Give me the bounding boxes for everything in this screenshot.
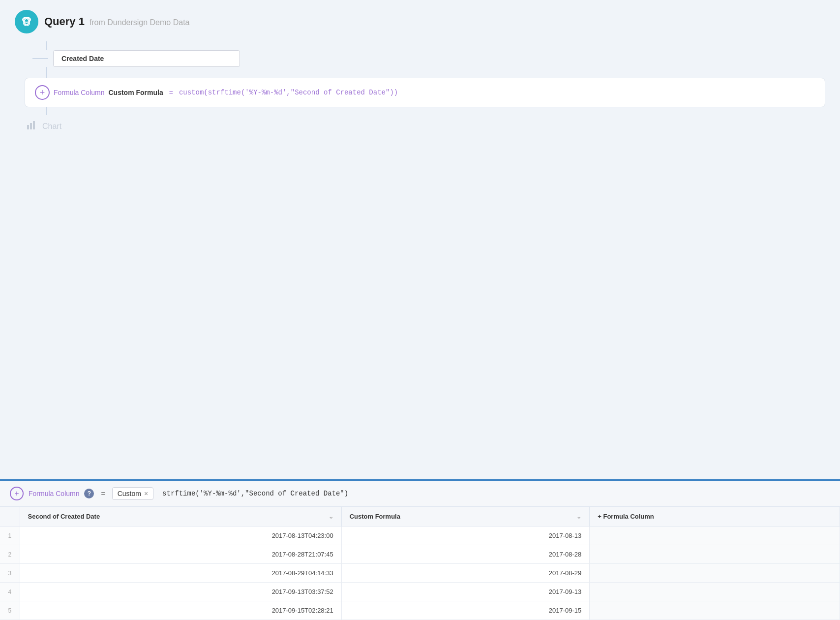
table-row: 5 2017-09-15T02:28:21 2017-09-15 <box>0 601 840 620</box>
cell-add-col <box>590 601 840 620</box>
sort-icon-formula[interactable]: ⌄ <box>576 513 581 520</box>
cell-rownum: 2 <box>0 545 20 564</box>
formula-expression-input[interactable] <box>158 488 830 499</box>
col-header-rownum <box>0 507 20 527</box>
cell-rownum: 3 <box>0 564 20 583</box>
top-section: Query 1 from Dundersign Demo Data <box>0 0 840 479</box>
cell-second: 2017-08-29T04:14:33 <box>20 564 341 583</box>
table-row: 1 2017-08-13T04:23:00 2017-08-13 <box>0 527 840 545</box>
cell-formula: 2017-09-13 <box>341 583 590 601</box>
chart-row: Chart <box>27 115 825 137</box>
plus-button-top[interactable]: + <box>35 85 50 100</box>
cell-second: 2017-09-15T02:28:21 <box>20 601 341 620</box>
formula-editor-bar: + Formula Column ? = Custom × <box>0 481 840 507</box>
query-title-area: Query 1 from Dundersign Demo Data <box>44 15 189 28</box>
col-header-second: Second of Created Date ⌄ <box>20 507 341 527</box>
formula-col-label-bottom: Formula Column <box>29 490 79 497</box>
help-button[interactable]: ? <box>84 489 94 498</box>
col-header-formula: Custom Formula ⌄ <box>341 507 590 527</box>
cell-formula: 2017-08-13 <box>341 527 590 545</box>
svg-rect-4 <box>30 123 32 129</box>
vert-line-3 <box>46 107 47 115</box>
chart-icon <box>27 120 37 132</box>
formula-expression-top: custom(strftime('%Y-%m-%d',"Second of Cr… <box>179 89 398 96</box>
equals-bottom: = <box>101 490 105 497</box>
custom-tag-close[interactable]: × <box>144 490 148 497</box>
query-header: Query 1 from Dundersign Demo Data <box>15 10 825 33</box>
data-table: Second of Created Date ⌄ Custom Formula … <box>0 507 840 620</box>
plus-button-bottom[interactable]: + <box>10 487 24 500</box>
cell-rownum: 5 <box>0 601 20 620</box>
svg-rect-3 <box>27 125 29 129</box>
cell-formula: 2017-09-15 <box>341 601 590 620</box>
app-logo <box>15 10 38 33</box>
cell-second: 2017-08-28T21:07:45 <box>20 545 341 564</box>
connector-mid <box>25 67 825 78</box>
sort-icon-second[interactable]: ⌄ <box>329 513 333 520</box>
table-row: 2 2017-08-28T21:07:45 2017-08-28 <box>0 545 840 564</box>
custom-tag-label: Custom <box>118 490 141 497</box>
cell-second: 2017-08-13T04:23:00 <box>20 527 341 545</box>
cell-add-col <box>590 583 840 601</box>
query-subtitle: from Dundersign Demo Data <box>90 18 190 27</box>
cell-rownum: 1 <box>0 527 20 545</box>
formula-col-label-top: Formula Column <box>54 89 104 96</box>
query-title: Query 1 <box>44 15 85 28</box>
custom-tag: Custom × <box>112 487 153 500</box>
cell-add-col <box>590 545 840 564</box>
formula-name-top: Custom Formula <box>108 89 163 96</box>
table-row: 4 2017-09-13T03:37:52 2017-09-13 <box>0 583 840 601</box>
equals-top: = <box>169 89 173 96</box>
connector-top <box>25 41 825 50</box>
vert-line-1 <box>46 41 47 50</box>
table-header-row: Second of Created Date ⌄ Custom Formula … <box>0 507 840 527</box>
cell-second: 2017-09-13T03:37:52 <box>20 583 341 601</box>
query-input[interactable] <box>53 50 240 67</box>
svg-rect-5 <box>33 121 35 129</box>
page-container: Query 1 from Dundersign Demo Data <box>0 0 840 620</box>
cell-formula: 2017-08-29 <box>341 564 590 583</box>
vert-line-2 <box>46 67 47 78</box>
connector-bottom <box>25 107 825 115</box>
table-header: Second of Created Date ⌄ Custom Formula … <box>0 507 840 527</box>
cell-formula: 2017-08-28 <box>341 545 590 564</box>
cell-rownum: 4 <box>0 583 20 601</box>
cell-add-col <box>590 564 840 583</box>
cell-add-col <box>590 527 840 545</box>
table-row: 3 2017-08-29T04:14:33 2017-08-29 <box>0 564 840 583</box>
query-block <box>25 50 825 67</box>
bottom-panel: + Formula Column ? = Custom × Second of … <box>0 481 840 620</box>
pipeline-area: + Formula Column Custom Formula = custom… <box>15 41 825 137</box>
formula-block-top: + Formula Column Custom Formula = custom… <box>25 78 825 107</box>
table-body: 1 2017-08-13T04:23:00 2017-08-13 2 2017-… <box>0 527 840 620</box>
chart-label: Chart <box>42 122 61 131</box>
add-formula-col-button[interactable]: + Formula Column <box>590 507 840 527</box>
